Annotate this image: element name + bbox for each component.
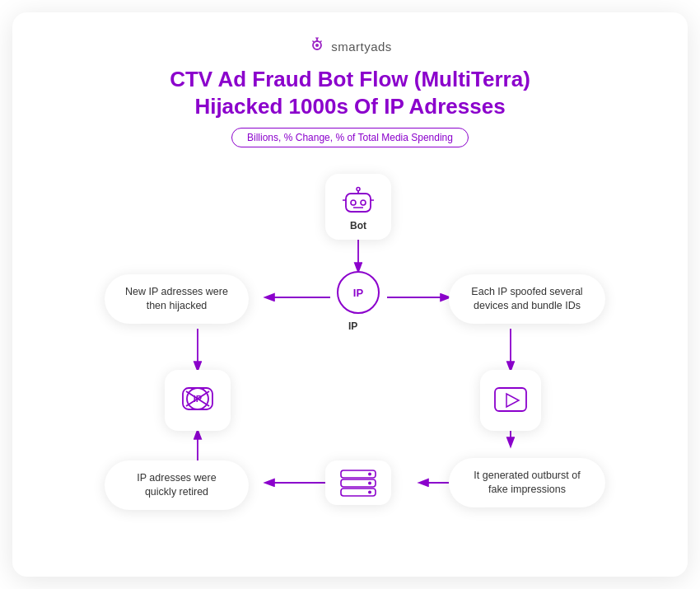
impressions-label: It generated outburst of fake impression…	[449, 458, 605, 507]
svg-point-36	[368, 491, 371, 494]
bot-icon	[341, 182, 376, 217]
svg-point-21	[357, 188, 360, 191]
svg-rect-16	[346, 194, 371, 212]
svg-point-18	[361, 200, 366, 205]
page: smartyads CTV Ad Fraud Bot Flow (MultiTe…	[12, 12, 688, 577]
svg-point-35	[368, 482, 371, 485]
svg-rect-29	[495, 388, 526, 411]
ip-strikethrough-icon: IP	[180, 385, 216, 416]
bot-label: Bot	[350, 220, 366, 231]
server-icon	[338, 468, 378, 498]
svg-point-6	[315, 44, 319, 47]
svg-point-17	[351, 200, 356, 205]
bot-node: Bot	[325, 174, 391, 240]
ip-node-label-below: IP	[348, 320, 357, 332]
server-node	[325, 460, 391, 505]
svg-line-3	[320, 41, 322, 43]
logo-icon	[308, 35, 326, 58]
video-icon	[492, 386, 529, 415]
svg-marker-30	[506, 394, 519, 407]
svg-point-34	[368, 473, 371, 476]
svg-line-5	[317, 38, 319, 40]
subtitle-badge: Billions, % Change, % of Total Media Spe…	[231, 128, 469, 147]
logo-text: smartyads	[331, 40, 392, 54]
retired-label: IP adresses were quickly retired	[105, 460, 249, 510]
page-title: CTV Ad Fraud Bot Flow (MultiTerra) Hijac…	[170, 66, 530, 119]
ip-strikethrough-node: IP	[165, 370, 231, 431]
video-node	[480, 370, 541, 431]
spoofed-label: Each IP spoofed several devices and bund…	[449, 274, 605, 324]
ip-node: IP	[337, 271, 380, 314]
logo-area: smartyads	[308, 35, 392, 58]
ip-circle-label: IP	[353, 287, 363, 299]
hijacked-label: New IP adresses were then hijacked	[105, 274, 249, 324]
svg-line-2	[313, 41, 315, 43]
diagram: Bot IP IP New IP adresses were then hija…	[45, 166, 655, 557]
